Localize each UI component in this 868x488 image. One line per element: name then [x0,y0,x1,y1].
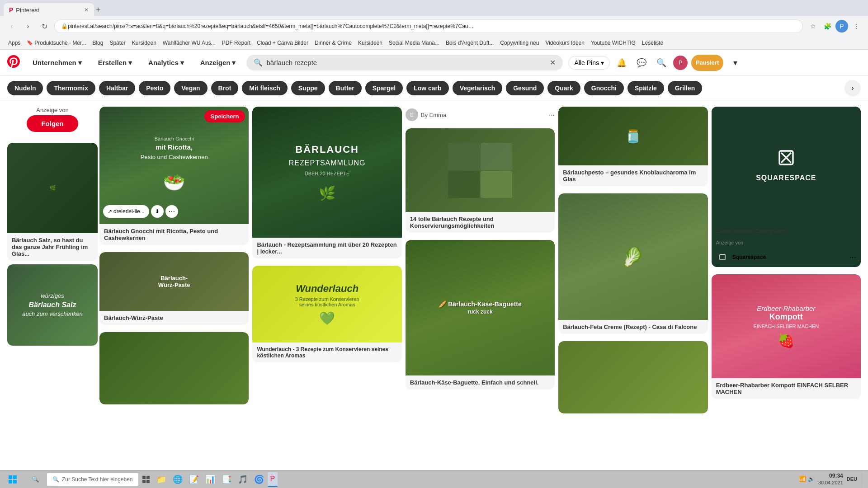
taskbar-edge[interactable]: 🌀 [251,472,267,487]
cat-thermomix[interactable]: Thermomix [47,81,95,95]
bookmark-wahlfaecher[interactable]: Wahlfächer WU Aus... [160,39,218,47]
pin-barlauch-salz-img[interactable]: 🌿 Bärlauch Salz, so hast du das ganze Ja… [7,143,98,261]
cat-pesto[interactable]: Pesto [139,81,170,95]
search-bar[interactable]: 🔍 ✕ [246,55,563,70]
bookmark-pdf[interactable]: PDF Report [219,39,253,47]
cat-spargel[interactable]: Spargel [365,81,403,95]
taskbar-file-explorer[interactable]: 📁 [154,472,169,487]
user-avatar[interactable]: P [673,56,688,70]
more-icon[interactable]: ⋯ [549,112,555,118]
bookmark-videokurs[interactable]: Videokurs Ideen [542,39,587,47]
nav-anzeigen[interactable]: Anzeigen ▾ [195,56,241,70]
cat-nudeln[interactable]: Nudeln [7,81,43,95]
cat-gesund[interactable]: Gesund [506,81,544,95]
cat-mitfleisch[interactable]: Mit fleisch [242,81,287,95]
pin-green-dish[interactable] [99,332,249,404]
pin-wunderlauch[interactable]: Wunderlauch 3 Rezepte zum Konservierense… [252,266,401,362]
bookmark-leseliste[interactable]: Leseliste [639,39,666,47]
cat-spaetzle[interactable]: Spätzle [627,81,664,95]
cat-brot[interactable]: Brot [211,81,239,95]
follow-button[interactable]: Folgen [27,115,78,132]
cat-vegetarisch[interactable]: Vegetarisch [453,81,503,95]
category-scroll-right[interactable]: › [844,80,861,96]
cat-haltbar[interactable]: Haltbar [99,81,135,95]
bookmark-blog[interactable]: Blog [90,39,106,47]
search-button[interactable]: 🔍 [653,55,670,71]
browser-chrome: P Pinterest ✕ + ‹ › ↻ 🔒 pinterest.at/sea… [0,0,868,50]
bookmark-produktsuche[interactable]: 🔖 Produktsuche - Mer... [24,39,89,47]
bookmark-apps[interactable]: Apps [5,39,23,47]
extensions-button[interactable]: 🧩 [821,20,834,33]
show-desktop-button[interactable] [861,473,863,485]
tab-close-button[interactable]: ✕ [84,7,89,13]
all-pins-dropdown[interactable]: Alle Pins ▾ [568,56,609,70]
taskbar-spotify[interactable]: 🎵 [235,472,250,487]
new-tab-button[interactable]: + [96,5,101,15]
expand-button[interactable]: ▾ [727,55,743,71]
bookmark-youtube[interactable]: Youtube WICHTIG [588,39,638,47]
tab-title: Pinterest [16,7,39,14]
pin-erdbeer-kompott[interactable]: Erdbeer-Rhabarber Kompott EINFACH SELBER… [712,274,861,399]
cat-lowcarb[interactable]: Low carb [406,81,448,95]
profile-button[interactable]: P [835,20,848,33]
nav-unternehmen[interactable]: Unternehmen ▾ [27,56,87,70]
save-button[interactable]: Speichern [204,110,245,122]
account-menu-button[interactable]: Pausiert [691,55,723,71]
cat-gnocchi[interactable]: Gnocchi [584,81,624,95]
nav-erstellen[interactable]: Erstellen ▾ [93,56,137,70]
cat-butter[interactable]: Butter [329,81,362,95]
taskbar-chrome-browser[interactable]: 🌐 [170,472,185,487]
bookmark-spaeter[interactable]: Später [107,39,128,47]
refresh-button[interactable]: ↻ [38,20,51,33]
bookmark-kursideen2[interactable]: Kursideen [355,39,385,47]
address-bar[interactable]: 🔒 pinterest.at/search/pins/?rs=ac&len=8&… [54,19,803,33]
taskbar-word[interactable]: 📝 [186,472,202,487]
pin-kaese-baguette[interactable]: 🥖 Bärlauch-Käse-Baguetteruck zuck Bärlau… [406,240,555,389]
source-button[interactable]: ↗ dreierlei-lie... [103,205,149,218]
menu-button[interactable]: ⋮ [850,20,863,33]
nav-analytics[interactable]: Analytics ▾ [143,56,189,70]
pin-rezeptsammlung[interactable]: BÄRLAUCH REZEPTSAMMLUNG ÜBER 20 REZEPTE … [252,107,401,258]
chevron-down-icon: ▾ [601,59,604,66]
cat-suppe[interactable]: Suppe [291,81,325,95]
taskbar-excel[interactable]: 📊 [203,472,218,487]
pin-gnocchi[interactable]: Bärlauch Gnocchi mit Ricotta, Pesto und … [99,107,249,245]
ad-more-button[interactable]: ⋯ [849,253,856,262]
bookmark-kursideen[interactable]: Kursideen [129,39,159,47]
bookmark-copywriting[interactable]: Copywriting neu [497,39,542,47]
cat-grillen[interactable]: Grillen [668,81,702,95]
search-input[interactable] [266,59,546,66]
taskbar-search-box[interactable]: 🔍 Zur Suche Text hier eingeben [47,473,138,486]
cat-quark[interactable]: Quark [547,81,580,95]
download-button[interactable]: ⬇ [151,205,164,218]
bookmark-bois[interactable]: Bois d'Argent Duft... [443,39,496,47]
notifications-button[interactable]: 🔔 [613,55,630,71]
forward-button[interactable]: › [22,20,34,33]
pin-wuerziges-salz[interactable]: würziges Bärlauch Salz auch zum verschen… [7,264,98,346]
cat-vegan[interactable]: Vegan [174,81,207,95]
taskbar-clock[interactable]: 09:34 30.04.2021 [818,473,843,486]
bookmark-social[interactable]: Social Media Mana... [386,39,442,47]
pin-feta-creme-img[interactable]: 🥬 Bärlauch-Feta Creme (Rezept) - Casa di… [558,193,708,334]
back-button[interactable]: ‹ [5,20,18,33]
pin-pesto[interactable]: 🫙 Bärlauchpesto – gesundes Knoblaucharom… [558,107,708,186]
search-taskbar-button[interactable]: 🔍 [24,472,46,487]
pinterest-logo[interactable] [7,55,20,70]
bookmark-label: PDF Report [222,40,250,46]
bookmark-cload[interactable]: Cload + Canva Bilder [254,39,311,47]
pin-green-soup[interactable] [558,341,708,413]
pin-squarespace-ad[interactable]: SQUARESPACE Starte deinen Onlineshop Anz… [712,107,861,267]
bookmark-dinner[interactable]: Dinner & Crime [312,39,354,47]
bookmark-button[interactable]: ☆ [807,20,819,33]
pin-wuerz-paste[interactable]: Bärlauch-Würz-Paste Bärlauch-Würz-Paste [99,252,249,325]
taskbar-powerpoint[interactable]: 📑 [219,472,234,487]
start-button[interactable] [2,472,24,487]
taskbar-task-view[interactable] [139,472,153,487]
active-tab[interactable]: P Pinterest ✕ [4,3,94,17]
messages-button[interactable]: 💬 [633,55,650,71]
more-options-button[interactable]: ⋯ [165,205,178,218]
nav-bar: ‹ › ↻ 🔒 pinterest.at/search/pins/?rs=ac&… [0,16,868,36]
search-clear-button[interactable]: ✕ [550,58,556,67]
taskbar-pin-active[interactable]: P [268,472,278,487]
pin-14rezepte[interactable]: 14 tolle Bärlauch Rezepte und Konservier… [406,128,555,233]
